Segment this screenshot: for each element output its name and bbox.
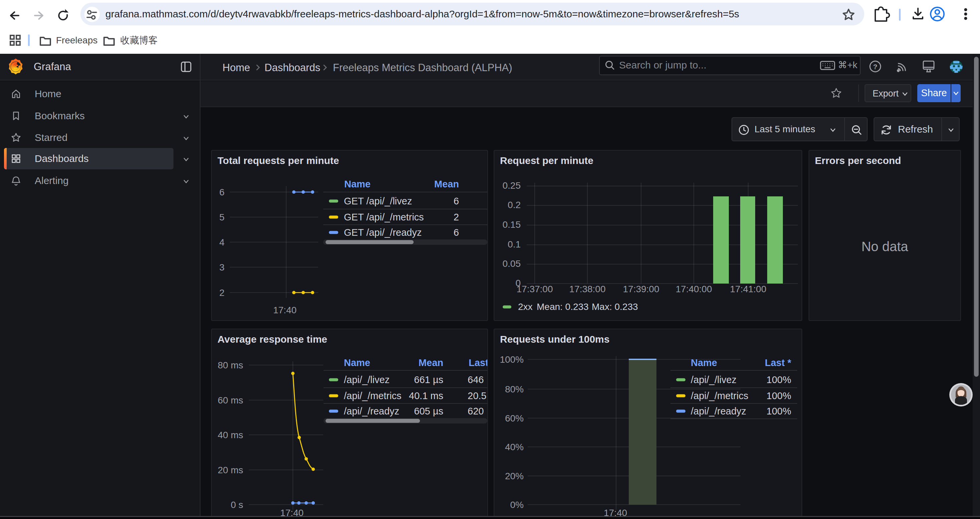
svg-text:80 ms: 80 ms: [218, 360, 243, 370]
svg-text:0.1: 0.1: [508, 239, 521, 249]
svg-text:20%: 20%: [505, 471, 524, 481]
svg-text:Max: 0.233: Max: 0.233: [592, 302, 638, 312]
svg-text:60%: 60%: [505, 413, 524, 423]
svg-text:17:40: 17:40: [273, 305, 296, 315]
svg-text:GET /api/_/metrics: GET /api/_/metrics: [344, 212, 424, 222]
svg-text:17:38:00: 17:38:00: [570, 284, 606, 294]
svg-text:GET /api/_/livez: GET /api/_/livez: [344, 196, 412, 206]
svg-text:Mean: Mean: [418, 357, 443, 368]
svg-text:2xx: 2xx: [518, 302, 533, 312]
svg-text:4: 4: [219, 237, 224, 248]
svg-text:40 ms: 40 ms: [218, 430, 243, 440]
svg-text:100%: 100%: [767, 406, 791, 417]
svg-text:100%: 100%: [767, 374, 791, 385]
svg-text:661 µs: 661 µs: [414, 374, 443, 385]
svg-text:0%: 0%: [510, 500, 524, 510]
svg-text:Name: Name: [691, 357, 717, 368]
svg-text:5: 5: [219, 212, 224, 222]
svg-text:Mean: 0.233: Mean: 0.233: [537, 302, 589, 312]
svg-text:40.1 ms: 40.1 ms: [409, 390, 443, 401]
svg-text:0 s: 0 s: [231, 500, 243, 510]
svg-text:40%: 40%: [505, 442, 524, 452]
svg-text:?: ?: [873, 63, 878, 70]
svg-text:60 ms: 60 ms: [218, 395, 243, 406]
svg-text:17:40:00: 17:40:00: [676, 284, 712, 294]
svg-text:6: 6: [453, 227, 459, 238]
svg-text:20.5 r: 20.5 r: [468, 390, 487, 401]
svg-text:646: 646: [468, 374, 484, 385]
svg-text:17:39:00: 17:39:00: [623, 284, 659, 294]
svg-text:/api/_/livez: /api/_/livez: [691, 374, 737, 385]
svg-text:2: 2: [219, 287, 224, 298]
svg-text:Last: Last: [469, 357, 487, 368]
svg-text:/api/_/metrics: /api/_/metrics: [344, 390, 401, 401]
svg-text:17:37:00: 17:37:00: [517, 284, 553, 294]
svg-text:/api/_/metrics: /api/_/metrics: [691, 390, 748, 401]
svg-text:GET /api/_/readyz: GET /api/_/readyz: [344, 227, 422, 238]
svg-text:620: 620: [468, 406, 484, 417]
svg-text:Last *: Last *: [765, 357, 792, 368]
svg-text:Mean: Mean: [434, 179, 459, 189]
svg-text:/api/_/livez: /api/_/livez: [344, 374, 390, 385]
svg-text:20 ms: 20 ms: [218, 465, 243, 475]
svg-text:100%: 100%: [500, 355, 524, 365]
svg-text:0.15: 0.15: [503, 219, 521, 230]
svg-text:80%: 80%: [505, 384, 524, 394]
svg-text:6: 6: [453, 196, 459, 206]
svg-text:0.05: 0.05: [503, 259, 521, 269]
svg-text:17:41:00: 17:41:00: [730, 284, 767, 294]
svg-text:3: 3: [219, 262, 224, 273]
svg-text:/api/_/readyz: /api/_/readyz: [691, 406, 746, 417]
svg-text:Name: Name: [344, 357, 370, 368]
svg-text:605 µs: 605 µs: [414, 406, 443, 417]
svg-text:6: 6: [219, 187, 224, 197]
svg-text:100%: 100%: [767, 390, 791, 401]
svg-text:/api/_/readyz: /api/_/readyz: [344, 406, 399, 417]
svg-text:2: 2: [453, 212, 459, 222]
svg-text:0.25: 0.25: [503, 180, 521, 191]
svg-text:Name: Name: [344, 179, 371, 189]
svg-text:0.2: 0.2: [508, 200, 521, 210]
